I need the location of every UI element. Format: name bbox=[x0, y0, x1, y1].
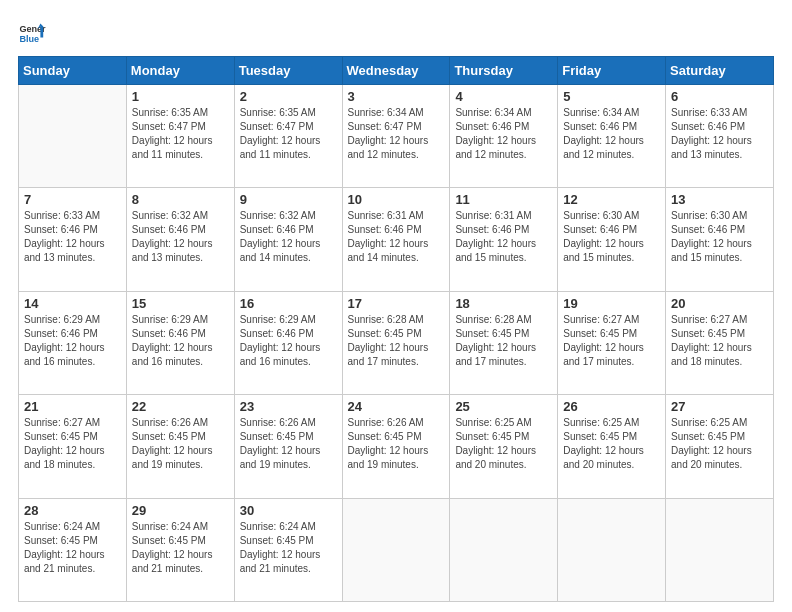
day-info: Sunrise: 6:29 AM Sunset: 6:46 PM Dayligh… bbox=[240, 313, 337, 369]
calendar-day-15: 15Sunrise: 6:29 AM Sunset: 6:46 PM Dayli… bbox=[126, 291, 234, 394]
calendar-day-8: 8Sunrise: 6:32 AM Sunset: 6:46 PM Daylig… bbox=[126, 188, 234, 291]
calendar-day-21: 21Sunrise: 6:27 AM Sunset: 6:45 PM Dayli… bbox=[19, 395, 127, 498]
day-number: 17 bbox=[348, 296, 445, 311]
day-info: Sunrise: 6:34 AM Sunset: 6:46 PM Dayligh… bbox=[455, 106, 552, 162]
day-info: Sunrise: 6:25 AM Sunset: 6:45 PM Dayligh… bbox=[563, 416, 660, 472]
empty-cell bbox=[342, 498, 450, 601]
calendar-day-25: 25Sunrise: 6:25 AM Sunset: 6:45 PM Dayli… bbox=[450, 395, 558, 498]
calendar-week-row: 1Sunrise: 6:35 AM Sunset: 6:47 PM Daylig… bbox=[19, 85, 774, 188]
empty-cell bbox=[558, 498, 666, 601]
calendar-week-row: 14Sunrise: 6:29 AM Sunset: 6:46 PM Dayli… bbox=[19, 291, 774, 394]
calendar-day-23: 23Sunrise: 6:26 AM Sunset: 6:45 PM Dayli… bbox=[234, 395, 342, 498]
calendar-day-17: 17Sunrise: 6:28 AM Sunset: 6:45 PM Dayli… bbox=[342, 291, 450, 394]
calendar-day-10: 10Sunrise: 6:31 AM Sunset: 6:46 PM Dayli… bbox=[342, 188, 450, 291]
day-info: Sunrise: 6:25 AM Sunset: 6:45 PM Dayligh… bbox=[671, 416, 768, 472]
day-info: Sunrise: 6:32 AM Sunset: 6:46 PM Dayligh… bbox=[240, 209, 337, 265]
day-info: Sunrise: 6:28 AM Sunset: 6:45 PM Dayligh… bbox=[348, 313, 445, 369]
col-header-tuesday: Tuesday bbox=[234, 57, 342, 85]
day-number: 7 bbox=[24, 192, 121, 207]
day-info: Sunrise: 6:26 AM Sunset: 6:45 PM Dayligh… bbox=[240, 416, 337, 472]
logo: General Blue bbox=[18, 18, 46, 46]
calendar-day-18: 18Sunrise: 6:28 AM Sunset: 6:45 PM Dayli… bbox=[450, 291, 558, 394]
calendar-day-5: 5Sunrise: 6:34 AM Sunset: 6:46 PM Daylig… bbox=[558, 85, 666, 188]
calendar-day-22: 22Sunrise: 6:26 AM Sunset: 6:45 PM Dayli… bbox=[126, 395, 234, 498]
day-number: 6 bbox=[671, 89, 768, 104]
calendar-day-28: 28Sunrise: 6:24 AM Sunset: 6:45 PM Dayli… bbox=[19, 498, 127, 601]
calendar-day-29: 29Sunrise: 6:24 AM Sunset: 6:45 PM Dayli… bbox=[126, 498, 234, 601]
logo-icon: General Blue bbox=[18, 18, 46, 46]
day-info: Sunrise: 6:34 AM Sunset: 6:47 PM Dayligh… bbox=[348, 106, 445, 162]
day-info: Sunrise: 6:27 AM Sunset: 6:45 PM Dayligh… bbox=[671, 313, 768, 369]
calendar-day-1: 1Sunrise: 6:35 AM Sunset: 6:47 PM Daylig… bbox=[126, 85, 234, 188]
day-info: Sunrise: 6:32 AM Sunset: 6:46 PM Dayligh… bbox=[132, 209, 229, 265]
day-info: Sunrise: 6:31 AM Sunset: 6:46 PM Dayligh… bbox=[455, 209, 552, 265]
day-info: Sunrise: 6:31 AM Sunset: 6:46 PM Dayligh… bbox=[348, 209, 445, 265]
calendar-day-27: 27Sunrise: 6:25 AM Sunset: 6:45 PM Dayli… bbox=[666, 395, 774, 498]
calendar-day-2: 2Sunrise: 6:35 AM Sunset: 6:47 PM Daylig… bbox=[234, 85, 342, 188]
page: General Blue SundayMondayTuesdayWednesda… bbox=[0, 0, 792, 612]
day-info: Sunrise: 6:24 AM Sunset: 6:45 PM Dayligh… bbox=[24, 520, 121, 576]
col-header-saturday: Saturday bbox=[666, 57, 774, 85]
day-number: 23 bbox=[240, 399, 337, 414]
day-number: 18 bbox=[455, 296, 552, 311]
day-info: Sunrise: 6:29 AM Sunset: 6:46 PM Dayligh… bbox=[24, 313, 121, 369]
day-info: Sunrise: 6:28 AM Sunset: 6:45 PM Dayligh… bbox=[455, 313, 552, 369]
calendar-day-24: 24Sunrise: 6:26 AM Sunset: 6:45 PM Dayli… bbox=[342, 395, 450, 498]
day-number: 20 bbox=[671, 296, 768, 311]
day-number: 3 bbox=[348, 89, 445, 104]
empty-cell bbox=[666, 498, 774, 601]
calendar-day-14: 14Sunrise: 6:29 AM Sunset: 6:46 PM Dayli… bbox=[19, 291, 127, 394]
day-number: 10 bbox=[348, 192, 445, 207]
header: General Blue bbox=[18, 18, 774, 46]
calendar-day-4: 4Sunrise: 6:34 AM Sunset: 6:46 PM Daylig… bbox=[450, 85, 558, 188]
day-number: 8 bbox=[132, 192, 229, 207]
day-number: 19 bbox=[563, 296, 660, 311]
day-info: Sunrise: 6:35 AM Sunset: 6:47 PM Dayligh… bbox=[240, 106, 337, 162]
day-number: 15 bbox=[132, 296, 229, 311]
calendar-day-11: 11Sunrise: 6:31 AM Sunset: 6:46 PM Dayli… bbox=[450, 188, 558, 291]
day-info: Sunrise: 6:26 AM Sunset: 6:45 PM Dayligh… bbox=[348, 416, 445, 472]
day-info: Sunrise: 6:30 AM Sunset: 6:46 PM Dayligh… bbox=[671, 209, 768, 265]
day-number: 30 bbox=[240, 503, 337, 518]
calendar-table: SundayMondayTuesdayWednesdayThursdayFrid… bbox=[18, 56, 774, 602]
day-info: Sunrise: 6:27 AM Sunset: 6:45 PM Dayligh… bbox=[24, 416, 121, 472]
day-info: Sunrise: 6:24 AM Sunset: 6:45 PM Dayligh… bbox=[132, 520, 229, 576]
calendar-day-9: 9Sunrise: 6:32 AM Sunset: 6:46 PM Daylig… bbox=[234, 188, 342, 291]
calendar-day-12: 12Sunrise: 6:30 AM Sunset: 6:46 PM Dayli… bbox=[558, 188, 666, 291]
svg-text:Blue: Blue bbox=[19, 34, 39, 44]
day-number: 2 bbox=[240, 89, 337, 104]
calendar-week-row: 28Sunrise: 6:24 AM Sunset: 6:45 PM Dayli… bbox=[19, 498, 774, 601]
calendar-day-13: 13Sunrise: 6:30 AM Sunset: 6:46 PM Dayli… bbox=[666, 188, 774, 291]
day-number: 29 bbox=[132, 503, 229, 518]
calendar-day-20: 20Sunrise: 6:27 AM Sunset: 6:45 PM Dayli… bbox=[666, 291, 774, 394]
day-number: 13 bbox=[671, 192, 768, 207]
day-number: 16 bbox=[240, 296, 337, 311]
day-number: 27 bbox=[671, 399, 768, 414]
calendar-day-6: 6Sunrise: 6:33 AM Sunset: 6:46 PM Daylig… bbox=[666, 85, 774, 188]
col-header-wednesday: Wednesday bbox=[342, 57, 450, 85]
day-info: Sunrise: 6:34 AM Sunset: 6:46 PM Dayligh… bbox=[563, 106, 660, 162]
col-header-thursday: Thursday bbox=[450, 57, 558, 85]
col-header-sunday: Sunday bbox=[19, 57, 127, 85]
day-info: Sunrise: 6:30 AM Sunset: 6:46 PM Dayligh… bbox=[563, 209, 660, 265]
day-info: Sunrise: 6:27 AM Sunset: 6:45 PM Dayligh… bbox=[563, 313, 660, 369]
day-info: Sunrise: 6:26 AM Sunset: 6:45 PM Dayligh… bbox=[132, 416, 229, 472]
day-number: 26 bbox=[563, 399, 660, 414]
day-number: 22 bbox=[132, 399, 229, 414]
calendar-day-19: 19Sunrise: 6:27 AM Sunset: 6:45 PM Dayli… bbox=[558, 291, 666, 394]
day-number: 21 bbox=[24, 399, 121, 414]
calendar-day-30: 30Sunrise: 6:24 AM Sunset: 6:45 PM Dayli… bbox=[234, 498, 342, 601]
day-number: 25 bbox=[455, 399, 552, 414]
day-number: 4 bbox=[455, 89, 552, 104]
day-info: Sunrise: 6:33 AM Sunset: 6:46 PM Dayligh… bbox=[24, 209, 121, 265]
calendar-header-row: SundayMondayTuesdayWednesdayThursdayFrid… bbox=[19, 57, 774, 85]
day-number: 9 bbox=[240, 192, 337, 207]
day-number: 28 bbox=[24, 503, 121, 518]
calendar-day-7: 7Sunrise: 6:33 AM Sunset: 6:46 PM Daylig… bbox=[19, 188, 127, 291]
day-info: Sunrise: 6:25 AM Sunset: 6:45 PM Dayligh… bbox=[455, 416, 552, 472]
calendar-week-row: 7Sunrise: 6:33 AM Sunset: 6:46 PM Daylig… bbox=[19, 188, 774, 291]
col-header-friday: Friday bbox=[558, 57, 666, 85]
day-info: Sunrise: 6:29 AM Sunset: 6:46 PM Dayligh… bbox=[132, 313, 229, 369]
empty-cell bbox=[19, 85, 127, 188]
day-number: 5 bbox=[563, 89, 660, 104]
